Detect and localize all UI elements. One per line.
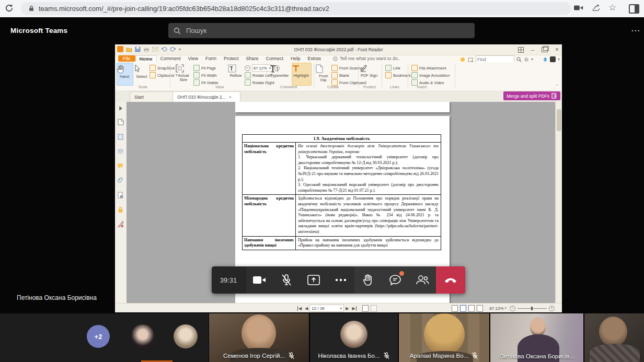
pages-panel-icon[interactable]	[117, 133, 124, 140]
bookmark-star-icon[interactable]: ☆	[608, 2, 616, 13]
account-dropdown-icon[interactable]: ▾	[558, 57, 560, 62]
video-tile-semenov[interactable]: Семенов Ігор Сергій...	[209, 313, 309, 362]
blank-button[interactable]: Blank	[331, 72, 349, 78]
assistant-icon[interactable]	[460, 57, 466, 62]
typewriter-button[interactable]: Typewriter	[270, 63, 290, 84]
view-mode-1-icon[interactable]	[452, 305, 458, 312]
tell-me-box[interactable]: Tell me what you want to do..	[333, 56, 400, 61]
menu-extras[interactable]: Extras	[304, 55, 325, 62]
reload-icon[interactable]	[4, 3, 14, 13]
more-actions-button[interactable]	[327, 266, 354, 294]
raise-hand-button[interactable]	[354, 266, 382, 294]
menu-home[interactable]: Home	[135, 55, 157, 62]
link-button[interactable]: Link	[385, 65, 400, 71]
snapshot-button[interactable]: SnapShot	[150, 65, 175, 71]
menu-view[interactable]: View	[185, 55, 202, 62]
settings-gear-icon[interactable]	[524, 57, 529, 62]
prev-page-icon[interactable]: ◀	[305, 306, 308, 311]
from-file-button[interactable]: From File	[316, 63, 331, 84]
comments-panel-icon[interactable]	[117, 162, 124, 169]
share-page-icon[interactable]	[592, 3, 601, 13]
menu-help[interactable]: Help	[287, 55, 304, 62]
share-screen-button[interactable]	[300, 266, 327, 294]
last-page-icon[interactable]: ▶	[352, 306, 356, 311]
snapshot-search-icon[interactable]	[468, 57, 474, 62]
security-panel-icon[interactable]	[117, 206, 124, 213]
page-number-box[interactable]: 12 / 26 ▾	[309, 305, 344, 312]
bookmarks-panel-icon[interactable]	[117, 119, 124, 125]
view-mode-4-icon[interactable]	[477, 305, 483, 312]
reflow-button[interactable]: Reflow	[228, 63, 244, 84]
tab-start[interactable]: Start	[130, 91, 179, 102]
highlight-button[interactable]: Highlight	[292, 63, 310, 84]
video-tile-partial[interactable]	[584, 313, 644, 362]
sidebar-toggle-icon[interactable]	[629, 4, 639, 14]
single-page-view-icon[interactable]	[362, 305, 369, 312]
zoom-slider[interactable]	[518, 308, 547, 309]
teams-search-input[interactable]	[185, 26, 448, 35]
file-attachment-button[interactable]: File Attachment	[411, 65, 446, 71]
gear-dropdown-icon[interactable]: ▾	[531, 57, 533, 62]
mic-muted-button[interactable]	[273, 266, 300, 294]
fit-page-button[interactable]: Fit Page	[193, 65, 216, 71]
menu-connect[interactable]: Connect	[262, 55, 287, 62]
select-tool-button[interactable]: Select	[134, 63, 150, 84]
pdf-sign-button[interactable]: PDF Sign	[360, 63, 378, 84]
scrollbar-thumb[interactable]	[557, 109, 561, 131]
image-annotation-button[interactable]: Image Annotation	[411, 72, 450, 78]
restore-icon[interactable]	[542, 47, 548, 52]
layers-panel-icon[interactable]	[117, 148, 124, 155]
menu-share[interactable]: Share	[242, 55, 262, 62]
first-page-icon[interactable]: ◀	[297, 306, 302, 311]
zoom-slider-handle[interactable]	[531, 307, 533, 310]
statusbar-zoom-out-icon[interactable]: −	[510, 306, 515, 311]
participants-button[interactable]	[409, 266, 436, 294]
close-window-icon[interactable]: ×	[555, 46, 559, 53]
document-scrollbar[interactable]	[555, 102, 562, 303]
video-tile-arapaki[interactable]: Арапакі Марина Во...	[399, 313, 489, 362]
merge-split-button[interactable]: Merge and split PDFs	[503, 91, 560, 100]
chat-button[interactable]	[382, 266, 409, 294]
next-page-icon[interactable]: ▶	[346, 306, 349, 311]
zoom-presets-dropdown-icon[interactable]: ▾	[504, 306, 507, 310]
teams-more-icon[interactable]: ⋯	[631, 25, 640, 36]
menu-comment[interactable]: Comment	[157, 55, 185, 62]
clipboard-button[interactable]: Clipboard▾	[150, 72, 178, 78]
address-bar[interactable]: teams.microsoft.com/_#/pre-join-calling/…	[21, 2, 571, 15]
overflow-count-badge[interactable]: +2	[87, 325, 110, 348]
camera-button[interactable]	[246, 266, 273, 294]
hand-tool-button[interactable]: Hand	[117, 63, 132, 84]
signatures-panel-icon[interactable]	[117, 192, 124, 198]
statusbar-zoom-in-icon[interactable]: +	[549, 306, 555, 311]
ribbon-collapse-icon[interactable]: ^	[556, 83, 558, 88]
rotate-left-button[interactable]: Rotate Left	[245, 72, 272, 78]
zoom-out-icon[interactable]: −	[245, 65, 250, 71]
video-tile-petinova[interactable]: Петінова Оксана Борисів...	[490, 313, 583, 362]
tab-camera-indicator-icon[interactable]	[574, 4, 583, 11]
view-mode-3-icon[interactable]	[468, 305, 475, 312]
menu-form[interactable]: Form	[202, 55, 220, 62]
mic-muted-icon	[383, 352, 390, 359]
facing-page-view-icon[interactable]	[371, 305, 377, 312]
attachments-panel-icon[interactable]	[117, 177, 124, 184]
notification-bell-icon[interactable]	[543, 56, 548, 62]
fit-width-button[interactable]: Fit Width	[193, 72, 217, 78]
view-mode-2-icon[interactable]	[460, 305, 466, 312]
minimize-icon[interactable]: –	[531, 46, 534, 53]
find-search-icon[interactable]	[516, 57, 522, 62]
rail-expand-icon[interactable]	[117, 105, 124, 112]
teams-search[interactable]	[168, 23, 475, 38]
menu-file[interactable]: File	[118, 55, 135, 62]
tab-document[interactable]: ОНП 033 Філософія 2... ×	[172, 91, 240, 102]
find-input[interactable]	[476, 56, 513, 63]
account-avatar-icon[interactable]	[550, 56, 556, 62]
hang-up-button[interactable]	[436, 266, 465, 294]
video-tile-nikolaieva[interactable]: Ніколаєва Іванна Бо...	[310, 313, 398, 362]
fields-panel-icon[interactable]	[117, 221, 124, 228]
close-tab-icon[interactable]: ×	[229, 95, 232, 100]
layout-grid-icon[interactable]	[518, 47, 524, 53]
bookmark-button[interactable]: Bookmark	[385, 72, 411, 78]
menu-protect[interactable]: Protect	[220, 55, 243, 62]
actual-size-button[interactable]: Actual Size	[176, 63, 191, 84]
rotate-left-icon	[245, 72, 251, 78]
